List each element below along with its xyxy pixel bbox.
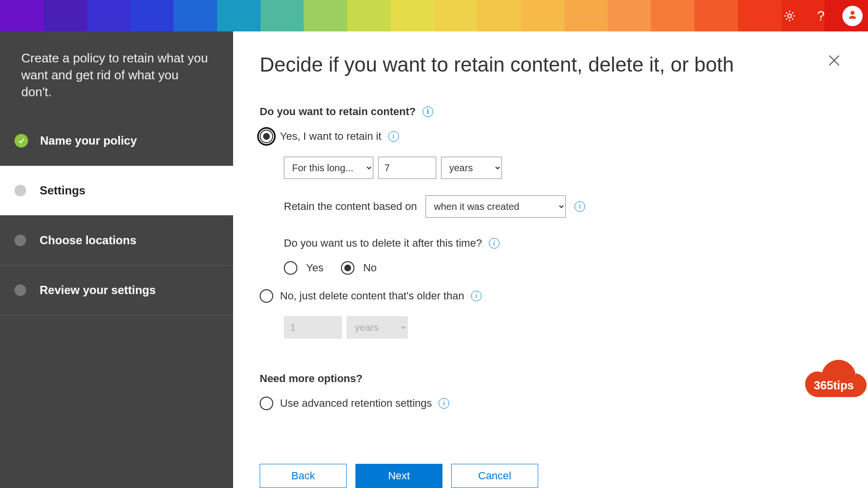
- retention-duration-input[interactable]: [378, 157, 436, 179]
- info-icon[interactable]: i: [574, 201, 585, 212]
- step-label: Name your policy: [40, 134, 137, 148]
- cancel-button[interactable]: Cancel: [451, 464, 538, 488]
- close-button[interactable]: [827, 53, 841, 70]
- step-label: Choose locations: [40, 234, 136, 247]
- info-icon[interactable]: i: [439, 398, 449, 409]
- radio-delete-yes[interactable]: [284, 261, 297, 275]
- step-settings[interactable]: Settings: [0, 166, 233, 216]
- question-delete-after-text: Do you want us to delete it after this t…: [284, 237, 482, 250]
- radio-yes-retain-label: Yes, I want to retain it: [280, 130, 382, 143]
- step-name-your-policy[interactable]: Name your policy: [0, 116, 233, 166]
- step-review-settings[interactable]: Review your settings: [0, 266, 233, 315]
- more-options-title-text: Need more options?: [260, 372, 363, 385]
- wizard-footer: Back Next Cancel: [260, 464, 538, 488]
- settings-icon[interactable]: [774, 0, 805, 31]
- question-retain-text: Do you want to retain content?: [260, 105, 416, 118]
- main-panel: Decide if you want to retain content, de…: [233, 31, 868, 488]
- info-icon[interactable]: i: [489, 238, 500, 249]
- radio-yes-retain[interactable]: [260, 130, 273, 143]
- svg-point-0: [788, 14, 791, 17]
- delete-duration-input: [284, 316, 342, 339]
- retention-mode-select[interactable]: For this long...: [284, 157, 373, 179]
- radio-no-just-delete-label: No, just delete content that's older tha…: [280, 290, 464, 302]
- radio-delete-no[interactable]: [341, 261, 354, 275]
- step-indicator: [15, 185, 26, 196]
- step-indicator: [15, 284, 26, 296]
- radio-delete-yes-label: Yes: [306, 262, 324, 274]
- help-icon[interactable]: ?: [805, 0, 837, 31]
- radio-advanced-label: Use advanced retention settings: [280, 397, 432, 410]
- radio-no-just-delete[interactable]: [260, 289, 273, 303]
- based-on-select[interactable]: when it was created: [426, 195, 566, 218]
- page-title: Decide if you want to retain content, de…: [260, 53, 841, 76]
- radio-advanced[interactable]: [260, 397, 273, 410]
- question-delete-after: Do you want us to delete it after this t…: [284, 237, 500, 250]
- top-ribbon: ?: [0, 0, 868, 31]
- step-label: Settings: [40, 184, 86, 197]
- brand-logo: 365tips: [791, 355, 868, 411]
- step-label: Review your settings: [40, 283, 156, 297]
- step-indicator: [15, 235, 26, 246]
- info-icon[interactable]: i: [388, 131, 399, 142]
- radio-delete-no-label: No: [363, 262, 377, 274]
- account-avatar[interactable]: [837, 0, 868, 31]
- info-icon[interactable]: i: [423, 106, 433, 117]
- step-choose-locations[interactable]: Choose locations: [0, 216, 233, 266]
- sidebar-title: Create a policy to retain what you want …: [0, 31, 233, 116]
- wizard-sidebar: Create a policy to retain what you want …: [0, 31, 233, 488]
- delete-unit-select: years: [347, 316, 408, 339]
- next-button[interactable]: Next: [355, 464, 442, 488]
- brand-text: 365tips: [814, 379, 854, 392]
- question-retain: Do you want to retain content? i: [260, 105, 433, 118]
- based-on-label: Retain the content based on: [284, 200, 417, 213]
- info-icon[interactable]: i: [471, 291, 482, 301]
- retention-unit-select[interactable]: years: [441, 157, 502, 179]
- more-options-title: Need more options?: [260, 372, 363, 385]
- check-icon: [15, 134, 28, 148]
- back-button[interactable]: Back: [260, 464, 347, 488]
